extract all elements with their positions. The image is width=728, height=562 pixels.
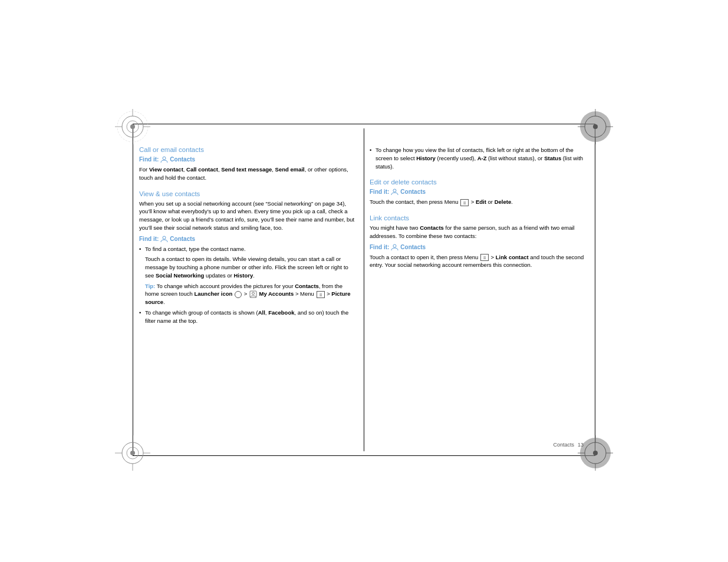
body-link-intro: You might have two Contacts for the same… [370,224,588,240]
body-view-use-intro: When you set up a social networking acco… [139,200,357,232]
svg-point-30 [163,236,166,239]
left-column: Call or email contacts Find it: Contacts… [139,128,357,451]
contacts-icon-3 [391,188,398,196]
border-top [133,124,595,124]
find-it-label-link: Find it: [370,244,389,250]
find-it-label-edit: Find it: [370,189,389,195]
contacts-icon-2 [160,235,168,243]
contacts-icon-4 [391,243,398,251]
svg-point-24 [593,451,598,455]
find-it-contacts-4: Contacts [400,244,426,250]
svg-point-17 [130,451,135,455]
find-it-link-contacts: Find it: Contacts [370,243,588,251]
border-right [595,124,595,456]
section-title-call-email: Call or email contacts [139,146,357,153]
tip-label: Tip: [145,283,155,289]
find-it-contacts-2: Contacts [170,236,195,242]
myaccounts-icon [249,290,257,298]
menu-icon-edit: ⁞⁞ [460,199,469,206]
find-it-call-email: Find it: Contacts [139,156,357,163]
sub-para-touch-contact: Touch a contact to open its details. Whi… [139,255,357,279]
tip-change-account: Tip: To change which account provides th… [139,282,357,307]
divider-vertical [364,128,364,451]
border-bottom [133,455,595,456]
body-link-detail: Touch a contact to open it, then press M… [370,253,588,270]
page: Call or email contacts Find it: Contacts… [0,0,728,562]
bullet-find-contact: To find a contact, type the contact name… [139,245,357,253]
bullet-change-group: To change which group of contacts is sho… [139,309,357,325]
svg-point-34 [393,244,396,247]
section-title-edit-delete: Edit or delete contacts [370,178,588,186]
section-title-view-use: View & use contacts [139,190,357,197]
footer-page-number: 13 [578,442,584,448]
svg-point-29 [163,157,166,160]
launcher-icon [235,291,242,298]
find-it-label-view: Find it: [139,236,159,242]
find-it-contacts-1: Contacts [170,156,195,163]
svg-point-2 [130,124,135,129]
find-it-view-use: Find it: Contacts [139,235,357,243]
bullet-change-view: To change how you view the list of conta… [370,146,588,170]
find-it-contacts-3: Contacts [400,189,426,195]
border-left [133,124,133,456]
body-edit-delete: Touch the contact, then press Menu ⁞⁞ > … [370,198,588,206]
right-column: To change how you view the list of conta… [370,128,588,451]
svg-point-32 [252,292,254,295]
menu-icon-tip: ⁞⁞ [317,291,325,298]
svg-point-10 [593,124,598,129]
find-it-label-call: Find it: [139,156,159,163]
contacts-icon-1 [160,156,168,163]
body-call-email: For View contact, Call contact, Send tex… [139,166,357,182]
page-footer: Contacts 13 [553,442,584,448]
section-title-link-contacts: Link contacts [370,214,588,222]
svg-point-33 [393,189,396,192]
menu-icon-link: ⁞⁞ [480,254,489,261]
find-it-edit-delete: Find it: Contacts [370,188,588,196]
footer-label: Contacts [553,442,574,448]
